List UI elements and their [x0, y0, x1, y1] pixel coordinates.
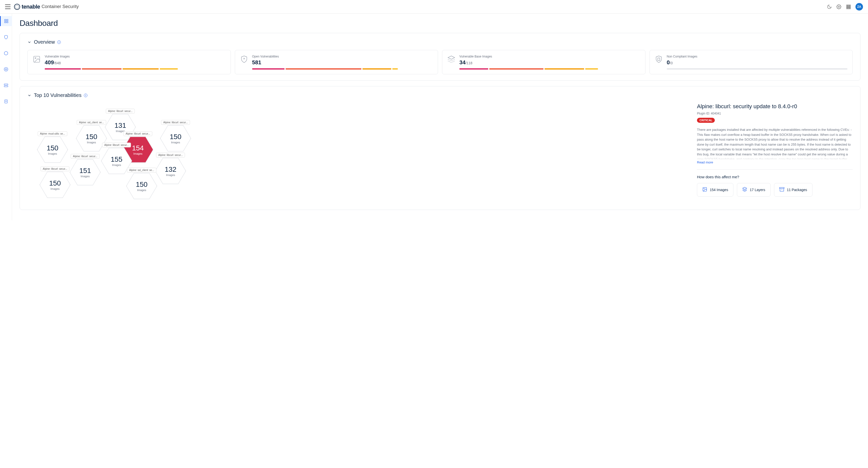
svg-rect-1 [847, 5, 848, 6]
card-label: Non Compliant Images [667, 55, 848, 58]
hex-count: 131 [115, 122, 126, 130]
affect-card[interactable]: 154 Images [697, 183, 733, 196]
stat-card[interactable]: Vulnerable Images 409/648 [27, 50, 231, 74]
hex-label: Alpine: libcurl: secur... [161, 120, 190, 125]
hex-label: Alpine: libcurl: secur... [106, 109, 135, 114]
sidebar-item-target[interactable] [0, 64, 12, 74]
overview-toggle[interactable]: Overview i [27, 39, 853, 45]
hex-label: Alpine: libcurl: secur... [70, 154, 99, 159]
svg-rect-11 [7, 19, 8, 21]
affect-card[interactable]: 17 Layers [737, 183, 770, 196]
hex-count: 150 [170, 133, 182, 141]
detail-description: There are packages installed that are af… [697, 127, 853, 160]
card-value: 34/118 [459, 59, 640, 66]
card-value: 581 [252, 59, 433, 66]
theme-icon[interactable] [827, 4, 832, 9]
svg-point-22 [35, 58, 36, 59]
chevron-down-icon [27, 93, 31, 97]
hex-sub: Images [166, 174, 175, 177]
top10-title: Top 10 Vulnerabilities [34, 92, 82, 98]
card-value: 409/648 [45, 59, 225, 66]
sidebar-item-server[interactable] [0, 80, 12, 90]
svg-rect-23 [658, 58, 660, 61]
sidebar-item-shield[interactable] [0, 32, 12, 42]
top10-toggle[interactable]: Top 10 Vulnerabilities i [27, 92, 853, 98]
hex-label: Alpine: libcurl: secur... [40, 166, 69, 171]
card-icon [447, 55, 455, 64]
sidebar-item-dashboard[interactable] [0, 16, 12, 26]
svg-point-25 [704, 188, 705, 189]
svg-rect-13 [7, 22, 8, 23]
brand[interactable]: tenable Container Security [14, 3, 79, 10]
detail-title: Alpine: libcurl: security update to 8.4.… [697, 103, 853, 110]
affect-card[interactable]: 11 Packages [774, 183, 812, 196]
read-more-link[interactable]: Read more [697, 160, 713, 164]
svg-rect-8 [848, 8, 849, 9]
affect-title: How does this affect me? [697, 175, 853, 179]
svg-rect-6 [849, 6, 850, 7]
stat-card[interactable]: Vulnerable Base Images 34/118 [442, 50, 646, 74]
svg-rect-16 [4, 84, 8, 85]
brand-icon [14, 4, 20, 10]
hex-node[interactable]: Alpine: libcurl: secur... 151 Images [70, 158, 100, 186]
hex-count: 132 [165, 165, 177, 174]
main-content: Dashboard Overview i Vulnerable Images 4… [12, 13, 868, 220]
overview-panel: Overview i Vulnerable Images 409/648 Ope… [20, 33, 861, 81]
hex-label: Alpine: libcurl: secur... [102, 143, 131, 147]
hex-count: 150 [47, 144, 59, 152]
stat-card[interactable]: Open Vulnerabilities 581 [235, 50, 438, 74]
hex-node[interactable]: Alpine: libcurl: secur... 132 Images [155, 157, 186, 185]
affect-icon [779, 187, 784, 193]
brand-name: tenable [22, 3, 40, 10]
hex-sub: Images [171, 141, 180, 144]
card-value: 0/0 [667, 59, 848, 66]
affect-icon [702, 187, 707, 193]
sidebar-item-cube[interactable] [0, 48, 12, 58]
card-icon [33, 55, 41, 64]
card-label: Open Vulnerabilities [252, 55, 433, 58]
hex-count: 150 [136, 181, 148, 189]
affect-icon [742, 187, 747, 193]
svg-marker-26 [743, 187, 747, 189]
info-icon[interactable]: i [57, 40, 61, 44]
svg-rect-9 [849, 8, 850, 9]
stat-card[interactable]: Non Compliant Images 0/0 [650, 50, 853, 74]
settings-icon[interactable] [836, 4, 841, 9]
hex-node[interactable]: Alpine: libcurl: secur... 150 Images [40, 171, 70, 198]
hex-sub: Images [133, 152, 143, 155]
severity-badge: CRITICAL [697, 118, 715, 123]
svg-point-15 [5, 68, 7, 70]
detail-plugin: Plugin ID: 404041 [697, 112, 853, 115]
hex-node[interactable]: Alpine: musl-utils: se... 150 Images [37, 136, 68, 163]
brand-product: Container Security [42, 4, 79, 9]
svg-rect-17 [4, 86, 8, 87]
hex-sub: Images [137, 189, 146, 192]
svg-rect-10 [4, 19, 6, 21]
menu-toggle[interactable] [5, 4, 10, 9]
vuln-detail: Alpine: libcurl: security update to 8.4.… [697, 103, 853, 204]
card-icon [240, 55, 248, 64]
hex-count: 155 [111, 155, 123, 163]
apps-icon[interactable] [846, 4, 851, 9]
svg-point-0 [838, 6, 840, 7]
hex-node[interactable]: Alpine: ssl_client: se... 150 Images [127, 172, 157, 200]
hex-label: Alpine: musl-utils: se... [38, 131, 67, 136]
svg-rect-2 [848, 5, 849, 6]
hex-chart: Alpine: libcurl: secur... 154 Images Alp… [27, 103, 687, 204]
affect-text: 17 Layers [750, 188, 765, 192]
hex-count: 150 [49, 179, 61, 187]
hex-count: 151 [80, 167, 91, 175]
overview-title: Overview [34, 39, 55, 45]
hex-sub: Images [51, 187, 60, 190]
hex-node[interactable]: Alpine: libcurl: secur... 150 Images [160, 125, 191, 152]
info-icon[interactable]: i [84, 94, 87, 97]
sidebar-item-report[interactable] [0, 96, 12, 106]
affect-text: 11 Packages [787, 188, 807, 192]
hex-sub: Images [112, 163, 121, 166]
svg-rect-5 [848, 6, 849, 7]
hex-label: Alpine: libcurl: secur... [156, 153, 185, 157]
user-avatar[interactable]: ZA [856, 3, 863, 10]
top10-panel: Top 10 Vulnerabilities i Alpine: libcurl… [20, 86, 861, 210]
hex-node[interactable]: Alpine: libcurl: secur... 131 Images [105, 113, 135, 141]
svg-rect-4 [847, 6, 848, 7]
